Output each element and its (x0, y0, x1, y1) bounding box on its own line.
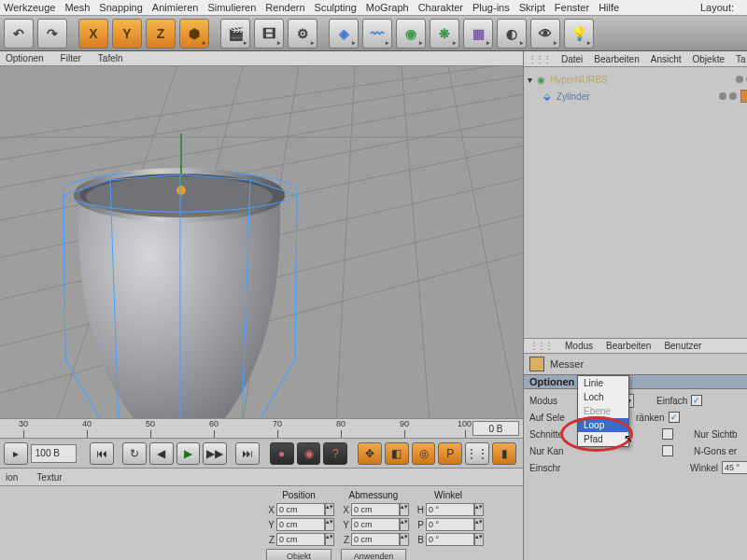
size-y-field[interactable]: 0 cm (351, 518, 400, 531)
view-menu-item[interactable]: Filter (61, 53, 81, 63)
key-pos-button[interactable]: ✥ (358, 442, 382, 465)
keyframe-button[interactable]: ? (323, 442, 347, 465)
key-scale-button[interactable]: ◧ (385, 442, 409, 465)
coord-system-button[interactable]: ⬢ (179, 19, 209, 49)
axis-y-toggle[interactable]: Y (112, 19, 142, 49)
goto-start-button[interactable]: ⏮ (90, 442, 114, 465)
attr-menu-item[interactable]: Modus (565, 341, 593, 351)
prev-frame-button[interactable]: ◀ (149, 442, 174, 465)
size-x-field[interactable]: 0 cm (351, 503, 400, 516)
dropdown-item[interactable]: Pfad (578, 432, 628, 446)
stepper[interactable]: ▴▾ (400, 518, 409, 531)
dropdown-item[interactable]: Loch (578, 390, 628, 404)
object-label[interactable]: Zylinder (557, 91, 713, 102)
stepper[interactable]: ▴▾ (474, 518, 484, 531)
render-settings-button[interactable]: ⚙ (288, 19, 317, 49)
einfach-checkbox[interactable] (691, 395, 702, 406)
visibility-dot[interactable] (736, 76, 743, 83)
render-view-button[interactable]: 🎬 (220, 19, 250, 49)
om-menu-item[interactable]: Ta (736, 54, 746, 64)
pos-y-field[interactable]: 0 cm (276, 518, 325, 531)
menu-item[interactable]: MoGraph (366, 2, 409, 13)
options-section-header[interactable]: Optionen (524, 374, 747, 389)
loop-button[interactable]: ↻ (122, 442, 147, 465)
key-rot-button[interactable]: ◎ (412, 442, 436, 465)
om-menu-item[interactable]: Bearbeiten (594, 54, 639, 64)
record-button[interactable]: ● (270, 442, 294, 465)
menu-item[interactable]: Mesh (64, 2, 90, 13)
object-manager[interactable]: ▾ ◉ HyperNURBS ✓ ⬙ Zylinder ✕ (524, 67, 747, 338)
menu-item[interactable]: Skript (519, 2, 545, 13)
menu-item[interactable]: Animieren (152, 2, 199, 13)
om-menu-item[interactable]: Datei (561, 54, 583, 64)
stepper[interactable]: ▴▾ (474, 503, 484, 516)
ang-h-field[interactable]: 0 ° (426, 503, 474, 516)
timeline[interactable]: 30 40 50 60 70 80 90 100 0 B (0, 418, 523, 439)
schnitte-checkbox[interactable] (662, 428, 673, 440)
stepper[interactable]: ▴▾ (325, 503, 334, 516)
camera-button[interactable]: 👁 (530, 19, 560, 49)
winkel-field[interactable]: 45 ° (722, 461, 747, 474)
axis-x-toggle[interactable]: X (78, 19, 108, 49)
play-button[interactable]: ▶ (176, 442, 201, 465)
environment-button[interactable]: ◐ (497, 19, 527, 49)
nurkan-checkbox[interactable] (662, 445, 673, 456)
menu-item[interactable]: Fenster (555, 2, 589, 13)
menu-item[interactable]: Plug-ins (472, 2, 510, 13)
object-row[interactable]: ⬙ Zylinder ✕ (528, 88, 747, 105)
ang-b-field[interactable]: 0 ° (426, 533, 474, 546)
autokey-button[interactable]: ◉ (297, 442, 321, 465)
ranken-checkbox[interactable] (669, 412, 680, 423)
dropdown-item[interactable]: Ebene (578, 404, 628, 418)
frame-start-field-stepper[interactable]: ▸ (4, 442, 28, 465)
deformer-button[interactable]: ▦ (463, 19, 493, 49)
axis-z-toggle[interactable]: Z (146, 19, 176, 49)
dropdown-item[interactable]: Loop (578, 418, 628, 432)
redo-button[interactable]: ↷ (37, 19, 67, 49)
dropdown-item[interactable]: Linie (578, 376, 628, 390)
visibility-dot[interactable] (719, 92, 726, 100)
attr-menu-item[interactable]: Benutzer (664, 341, 701, 351)
key-pla-button[interactable]: ▮ (492, 442, 516, 465)
goto-end-button[interactable]: ⏭ (235, 442, 260, 465)
visibility-dot[interactable] (729, 92, 737, 100)
phong-tag[interactable] (740, 90, 747, 103)
om-menu-item[interactable]: Ansicht (651, 54, 682, 64)
stepper[interactable]: ▴▾ (400, 533, 409, 546)
stepper[interactable]: ▴▾ (325, 533, 334, 546)
stepper[interactable]: ▴▾ (474, 533, 484, 546)
menu-item[interactable]: Sculpting (315, 2, 357, 13)
menu-item[interactable]: Simulieren (207, 2, 256, 13)
nurbs-button[interactable]: ◉ (396, 19, 426, 49)
undo-button[interactable]: ↶ (4, 19, 34, 49)
om-menu-item[interactable]: Objekte (693, 54, 725, 64)
pos-z-field[interactable]: 0 cm (276, 533, 325, 546)
menu-item[interactable]: Hilfe (599, 2, 619, 13)
menu-item[interactable]: Rendern (265, 2, 304, 13)
expand-icon[interactable]: ▾ (528, 75, 532, 85)
menu-item[interactable]: Werkzeuge (4, 2, 55, 13)
pos-x-field[interactable]: 0 cm (276, 503, 325, 516)
object-row[interactable]: ▾ ◉ HyperNURBS ✓ (528, 71, 747, 88)
menu-item[interactable]: Charakter (418, 2, 463, 13)
spline-button[interactable]: 〰 (362, 19, 392, 49)
render-picture-button[interactable]: 🎞 (254, 19, 284, 49)
size-z-field[interactable]: 0 cm (351, 533, 400, 546)
key-options-button[interactable]: ⋮⋮ (465, 442, 489, 465)
apply-button[interactable]: Anwenden (341, 549, 406, 560)
next-frame-button[interactable]: ▶▶ (203, 442, 227, 465)
ang-p-field[interactable]: 0 ° (426, 518, 474, 531)
menu-item[interactable]: Snapping (99, 2, 143, 13)
stepper[interactable]: ▴▾ (325, 518, 334, 531)
key-param-button[interactable]: P (438, 442, 462, 465)
attr-menu-item[interactable]: Bearbeiten (606, 341, 651, 351)
frame-end-field[interactable]: 100 B (31, 444, 78, 463)
material-tab[interactable]: ion (6, 472, 18, 483)
object-label[interactable]: HyperNURBS (550, 75, 730, 85)
array-button[interactable]: ❋ (430, 19, 459, 49)
view-menu-item[interactable]: Optionen (6, 53, 44, 63)
viewport-3d[interactable] (0, 66, 523, 418)
light-button[interactable]: 💡 (564, 19, 594, 49)
object-mode-button[interactable]: Objekt (266, 549, 331, 560)
primitive-cube-button[interactable]: ◈ (329, 19, 359, 49)
